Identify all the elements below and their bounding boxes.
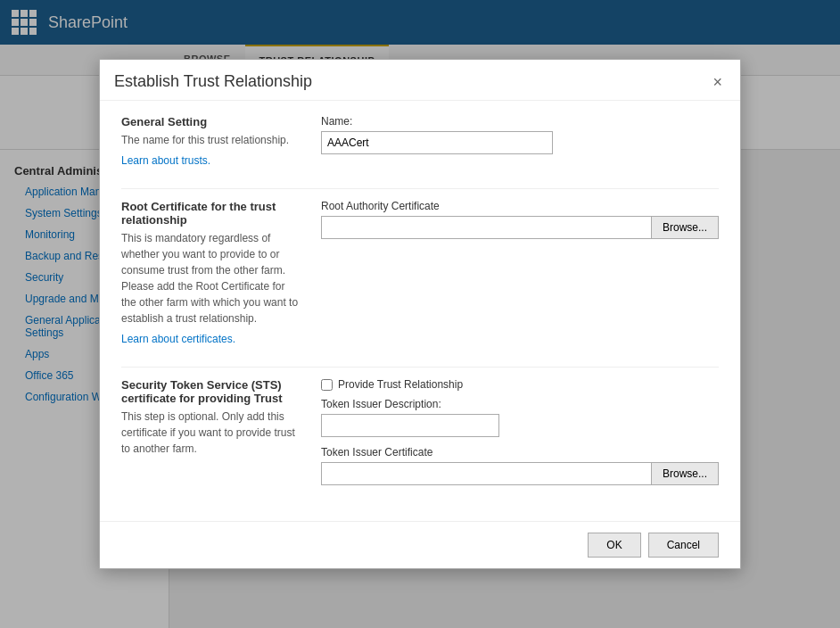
root-cert-section: Root Certificate for the trust relations… <box>121 200 719 345</box>
root-cert-input[interactable] <box>321 216 651 239</box>
root-cert-desc: This is mandatory regardless of whether … <box>121 230 300 326</box>
divider-2 <box>121 367 719 368</box>
dialog-header: Establish Trust Relationship × <box>100 60 740 101</box>
token-cert-browse-button[interactable]: Browse... <box>651 462 719 485</box>
name-input[interactable] <box>321 131 553 154</box>
sts-left: Security Token Service (STS) certificate… <box>121 378 300 485</box>
dialog-title: Establish Trust Relationship <box>114 72 312 91</box>
sts-layout: Security Token Service (STS) certificate… <box>121 378 719 485</box>
provide-trust-checkbox[interactable] <box>321 379 333 391</box>
general-right: Name: <box>321 115 719 167</box>
general-layout: General Setting The name for this trust … <box>121 115 719 167</box>
root-cert-browse-button[interactable]: Browse... <box>651 216 719 239</box>
divider-1 <box>121 188 719 189</box>
sts-section: Security Token Service (STS) certificate… <box>121 378 719 485</box>
general-desc: The name for this trust relationship. <box>121 132 300 148</box>
learn-trusts-link[interactable]: Learn about trusts. <box>121 154 210 167</box>
root-cert-heading: Root Certificate for the trust relations… <box>121 200 300 227</box>
token-issuer-label: Token Issuer Description: <box>321 398 719 410</box>
dialog-close-button[interactable]: × <box>709 74 726 90</box>
name-label: Name: <box>321 115 719 128</box>
dialog-footer: OK Cancel <box>100 521 740 568</box>
root-cert-right: Root Authority Certificate Browse... <box>321 200 719 345</box>
root-cert-layout: Root Certificate for the trust relations… <box>121 200 719 345</box>
general-setting-section: General Setting The name for this trust … <box>121 115 719 167</box>
provide-trust-row: Provide Trust Relationship <box>321 378 719 391</box>
token-cert-input[interactable] <box>321 462 651 485</box>
root-cert-left: Root Certificate for the trust relations… <box>121 200 300 345</box>
provide-trust-label: Provide Trust Relationship <box>338 378 463 391</box>
root-cert-browse-row: Browse... <box>321 216 719 239</box>
token-cert-browse-row: Browse... <box>321 462 719 485</box>
sts-desc: This step is optional. Only add this cer… <box>121 409 300 457</box>
sts-heading: Security Token Service (STS) certificate… <box>121 378 300 405</box>
cancel-button[interactable]: Cancel <box>648 533 719 558</box>
learn-certs-link[interactable]: Learn about certificates. <box>121 333 235 345</box>
establish-trust-dialog: Establish Trust Relationship × General S… <box>99 59 741 569</box>
sts-right: Provide Trust Relationship Token Issuer … <box>321 378 719 485</box>
token-cert-label: Token Issuer Certificate <box>321 446 719 459</box>
token-issuer-input[interactable] <box>321 414 499 437</box>
dialog-overlay: Establish Trust Relationship × General S… <box>0 0 840 628</box>
general-heading: General Setting <box>121 115 300 128</box>
dialog-body: General Setting The name for this trust … <box>100 101 740 521</box>
ok-button[interactable]: OK <box>588 533 640 558</box>
root-cert-label: Root Authority Certificate <box>321 200 719 212</box>
general-left: General Setting The name for this trust … <box>121 115 300 167</box>
